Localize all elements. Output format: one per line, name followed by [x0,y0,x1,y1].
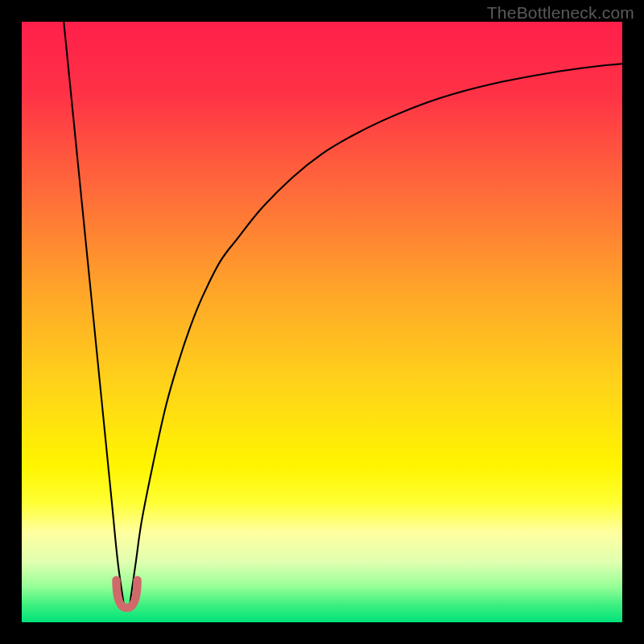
curve-right-branch [130,64,622,604]
plot-area [22,22,622,622]
valley-marker [116,580,137,608]
watermark-text: TheBottleneck.com [487,3,634,23]
curve-left-branch [64,22,124,605]
bottleneck-curve [22,22,622,622]
outer-frame: TheBottleneck.com [0,0,644,644]
